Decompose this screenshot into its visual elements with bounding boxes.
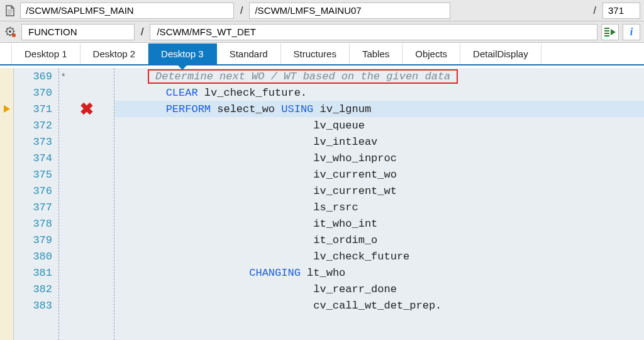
code-line[interactable]: cv_call_wt_det_prep.	[114, 297, 644, 314]
tab-desktop-1[interactable]: Desktop 1	[11, 43, 80, 64]
line-number-field[interactable]: 371	[602, 3, 640, 19]
code-line[interactable]: iv_current_wt	[114, 183, 644, 199]
line-number: 382	[14, 281, 58, 297]
tab-desktop-3[interactable]: Desktop 3	[148, 43, 217, 64]
object-name-field[interactable]: /SCWM/MFS_WT_DET	[150, 24, 597, 40]
code-line[interactable]: it_who_int	[114, 215, 644, 232]
line-number: 370	[14, 84, 58, 101]
keyword: USING	[281, 103, 319, 115]
tab-standard[interactable]: Standard	[217, 43, 281, 64]
breadcrumb-bar: /SCWM/SAPLMFS_MAIN / /SCWM/LMFS_MAINU07 …	[0, 0, 644, 21]
svg-line-8	[7, 34, 8, 35]
line-number: 375	[14, 166, 58, 183]
code-area[interactable]: Determine next WO / WT based on the give…	[114, 68, 644, 340]
current-line-arrow-icon	[4, 105, 10, 113]
identifier: lv_intleav	[313, 136, 377, 148]
tabstrip: Desktop 1 Desktop 2 Desktop 3 Standard S…	[0, 43, 644, 65]
identifier: lv_queue	[313, 120, 365, 132]
breadcrumb-sep: /	[591, 5, 599, 16]
code-line[interactable]: ls_rsrc	[114, 199, 644, 215]
code-line[interactable]: CLEAR lv_check_future.	[114, 84, 644, 101]
execution-marker-column	[0, 68, 14, 340]
include-field[interactable]: /SCWM/LMFS_MAINU07	[249, 3, 450, 19]
line-number: 373	[14, 133, 58, 150]
execute-button[interactable]	[601, 24, 619, 40]
keyword: CHANGING	[249, 267, 307, 279]
breakpoint-column[interactable]: *✖	[59, 68, 114, 340]
info-button[interactable]: i	[623, 24, 640, 40]
tab-objects[interactable]: Objects	[402, 43, 460, 64]
identifier: select_wo	[217, 103, 281, 115]
identifier: it_ordim_o	[313, 234, 377, 246]
identifier: iv_current_wt	[313, 185, 397, 197]
code-line[interactable]: it_ordim_o	[114, 232, 644, 248]
comment-text: Determine next WO / WT based on the give…	[155, 71, 450, 82]
code-line[interactable]: lv_check_future	[114, 248, 644, 264]
keyword: CLEAR	[166, 87, 204, 99]
code-line[interactable]: lv_who_inproc	[114, 150, 644, 166]
identifier: lt_who	[307, 267, 345, 279]
identifier: iv_current_wo	[313, 169, 397, 181]
identifier: lv_rearr_done	[313, 283, 397, 295]
comment-star: *	[62, 71, 66, 81]
breadcrumb-sep: /	[238, 5, 245, 16]
tab-tables[interactable]: Tables	[350, 43, 402, 64]
code-line[interactable]: Determine next WO / WT based on the give…	[114, 68, 644, 84]
document-icon	[4, 4, 16, 17]
code-editor[interactable]: 3693703713723733743753763773783793803813…	[0, 65, 644, 340]
line-number: 369	[14, 68, 58, 84]
svg-point-1	[9, 30, 11, 33]
object-bar: FUNCTION / /SCWM/MFS_WT_DET i	[0, 21, 644, 43]
line-number: 376	[14, 183, 58, 199]
identifier: cv_call_wt_det_prep.	[313, 300, 441, 312]
object-type-field[interactable]: FUNCTION	[21, 24, 135, 40]
line-number-gutter: 3693703713723733743753763773783793803813…	[14, 68, 59, 340]
code-line[interactable]: iv_current_wo	[114, 166, 644, 183]
identifier: lv_check_future	[313, 251, 409, 263]
identifier: it_who_int	[313, 218, 377, 230]
line-number: 380	[14, 248, 58, 264]
keyword: PERFORM	[166, 103, 218, 115]
tab-structures[interactable]: Structures	[281, 43, 350, 64]
line-number: 379	[14, 232, 58, 248]
identifier: lv_check_future.	[204, 87, 307, 99]
svg-line-6	[7, 28, 8, 29]
line-number: 383	[14, 297, 58, 314]
identifier: iv_lgnum	[320, 103, 372, 115]
object-sep: /	[138, 26, 146, 38]
svg-line-9	[13, 28, 14, 29]
line-number: 381	[14, 264, 58, 281]
program-include-field[interactable]: /SCWM/SAPLMFS_MAIN	[20, 3, 234, 19]
svg-point-10	[12, 33, 16, 37]
identifier: lv_who_inproc	[313, 152, 397, 164]
code-line[interactable]: PERFORM select_wo USING iv_lgnum	[114, 101, 644, 117]
code-line[interactable]: lv_queue	[114, 117, 644, 133]
tab-desktop-2[interactable]: Desktop 2	[80, 43, 149, 64]
line-number: 378	[14, 215, 58, 232]
identifier: ls_rsrc	[313, 201, 358, 213]
info-icon: i	[630, 26, 633, 38]
code-line[interactable]: CHANGING lt_who	[114, 264, 644, 281]
line-number: 377	[14, 199, 58, 215]
execute-icon	[604, 26, 616, 38]
gear-icon[interactable]	[4, 26, 18, 38]
code-line[interactable]: lv_rearr_done	[114, 281, 644, 297]
code-line[interactable]: lv_intleav	[114, 133, 644, 150]
line-number: 372	[14, 117, 58, 133]
line-number: 374	[14, 150, 58, 166]
tab-detaildisplay[interactable]: DetailDisplay	[460, 43, 541, 64]
line-number: 371	[14, 101, 58, 117]
breakpoint-x-icon[interactable]: ✖	[80, 101, 94, 117]
